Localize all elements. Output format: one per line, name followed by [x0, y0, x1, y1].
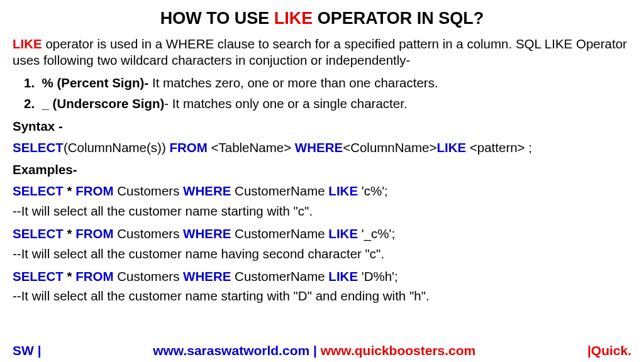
- kw-select: SELECT: [13, 226, 64, 241]
- ex-table: Customers: [114, 226, 184, 241]
- wildcard-item-percent: 1. % (Percent Sign)- It matches zero, on…: [24, 75, 631, 92]
- example-2-query: SELECT * FROM Customers WHERE CustomerNa…: [13, 225, 631, 243]
- item2-text: - It matches only one or a single charac…: [164, 96, 407, 111]
- kw-from: FROM: [75, 269, 113, 283]
- kw-where: WHERE: [183, 226, 231, 241]
- kw-from: FROM: [75, 184, 113, 198]
- footer-right: |Quick.: [587, 343, 631, 358]
- item1-bold: % (Percent Sign)-: [42, 75, 149, 90]
- kw-like: LIKE: [436, 140, 466, 155]
- syntax-columns: (ColumnName(s)): [64, 140, 170, 155]
- syntax-table: <TableName>: [208, 140, 295, 155]
- ex-table: Customers: [114, 184, 184, 198]
- intro-keyword: LIKE: [13, 36, 42, 51]
- item1-text: It matches zero, one or more than one ch…: [148, 75, 438, 90]
- kw-like: LIKE: [328, 226, 358, 241]
- item2-num: 2.: [24, 96, 35, 111]
- example-1-query: SELECT * FROM Customers WHERE CustomerNa…: [13, 182, 631, 200]
- example-3-comment: --It will select all the customer name s…: [13, 288, 631, 304]
- ex-star: *: [64, 184, 75, 198]
- item1-num: 1.: [24, 75, 35, 90]
- intro-paragraph: LIKE operator is used in a WHERE clause …: [13, 36, 631, 69]
- wildcard-item-underscore: 2. _ (Underscore Sign)- It matches only …: [24, 96, 631, 112]
- intro-text: operator is used in a WHERE clause to se…: [13, 36, 627, 67]
- ex3-pattern: 'D%h';: [358, 269, 398, 283]
- footer-bar: SW | www.saraswatworld.com | www.quickbo…: [0, 343, 644, 358]
- example-2-comment: --It will select all the customer name h…: [13, 246, 631, 261]
- kw-where: WHERE: [183, 184, 231, 198]
- title-highlight: LIKE: [274, 9, 313, 28]
- kw-from: FROM: [75, 226, 113, 241]
- syntax-heading: Syntax -: [13, 119, 631, 134]
- kw-from: FROM: [169, 140, 207, 155]
- footer-link-quickboosters: www.quickboosters.com: [321, 343, 476, 358]
- syntax-pattern: <pattern> ;: [466, 140, 532, 155]
- kw-where: WHERE: [183, 269, 231, 283]
- ex2-pattern: '_c%';: [358, 226, 395, 241]
- kw-select: SELECT: [13, 184, 64, 198]
- ex-column: CustomerName: [231, 184, 328, 198]
- footer-center: www.saraswatworld.com | www.quickbooster…: [153, 343, 475, 358]
- kw-like: LIKE: [328, 184, 358, 198]
- ex-star: *: [64, 269, 75, 283]
- ex-table: Customers: [114, 269, 184, 283]
- syntax-line: SELECT(ColumnName(s)) FROM <TableName> W…: [13, 139, 631, 156]
- kw-where: WHERE: [295, 140, 343, 155]
- example-3-query: SELECT * FROM Customers WHERE CustomerNa…: [13, 268, 631, 285]
- page-title: HOW TO USE LIKE OPERATOR IN SQL?: [13, 9, 631, 28]
- ex-column: CustomerName: [231, 269, 328, 283]
- ex1-pattern: 'c%';: [358, 184, 388, 198]
- ex-star: *: [64, 226, 75, 241]
- examples-heading: Examples-: [13, 162, 631, 177]
- kw-select: SELECT: [13, 140, 64, 155]
- syntax-colname: <ColumnName>: [343, 140, 436, 155]
- kw-like: LIKE: [328, 269, 358, 283]
- title-post: OPERATOR IN SQL?: [313, 9, 484, 28]
- kw-select: SELECT: [13, 269, 64, 283]
- footer-left: SW |: [13, 343, 42, 358]
- footer-link-saraswat: www.saraswatworld.com |: [153, 343, 321, 358]
- ex-column: CustomerName: [231, 226, 328, 241]
- title-pre: HOW TO USE: [160, 9, 274, 28]
- item2-bold: _ (Underscore Sign): [42, 96, 165, 111]
- example-1-comment: --It will select all the customer name s…: [13, 204, 631, 219]
